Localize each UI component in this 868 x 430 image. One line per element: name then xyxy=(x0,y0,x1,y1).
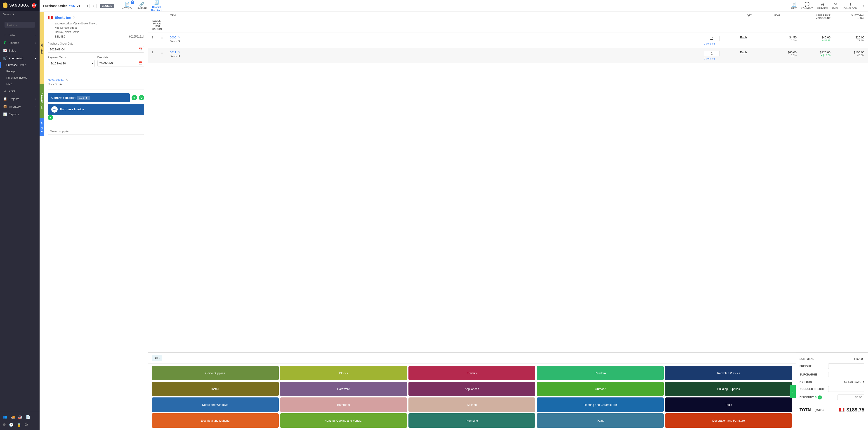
category-appliances[interactable]: Appliances xyxy=(408,381,535,396)
activity-action[interactable]: 📄 3 ACTIVITY xyxy=(122,2,132,10)
topbar-more-chevron[interactable]: › xyxy=(863,4,864,8)
document-icon[interactable]: 📄 xyxy=(26,415,30,419)
discount-currency-icon: $ xyxy=(815,396,817,399)
topbar: Purchase Order # 96 v1 ◄ ► CLOSED 📄 3 AC… xyxy=(39,0,868,12)
receipt-action[interactable]: 🧾 Receipt Received xyxy=(151,0,162,11)
logout-icon[interactable]: ⏻ xyxy=(24,423,28,427)
nav-next-button[interactable]: ► xyxy=(91,4,96,8)
row-2-qty-input[interactable] xyxy=(704,51,720,56)
supplier-name[interactable]: Blocks Inc xyxy=(55,16,71,20)
payment-terms-select[interactable]: 2/10 Net 30 xyxy=(48,60,95,67)
row-2-edit-icon[interactable]: ✎ xyxy=(178,51,181,54)
ship-to-header: Nova Scotia ✕ xyxy=(48,78,144,82)
factory-icon[interactable]: 🏭 xyxy=(18,415,23,419)
freight-input[interactable] xyxy=(828,363,864,369)
nav-prev-button[interactable]: ◄ xyxy=(84,4,90,8)
totals-panel: SUBTOTAL $165.00 FREIGHT SURCHARGE HST 1… xyxy=(796,353,868,430)
row-1-qty-input[interactable] xyxy=(704,36,720,41)
category-decoration-furniture[interactable]: Decoration and Furniture xyxy=(665,413,792,428)
preview-action[interactable]: 🖨 PREVIEW xyxy=(817,2,828,10)
sidebar-item-inventory[interactable]: 📦 Inventory › xyxy=(0,103,39,110)
row-1-item-code[interactable]: 0005 xyxy=(170,36,176,39)
category-paint[interactable]: Paint xyxy=(537,413,664,428)
po-date-input[interactable] xyxy=(48,46,144,53)
category-random[interactable]: Random xyxy=(537,366,664,380)
sidebar-item-sales[interactable]: 📈 Sales › xyxy=(0,47,39,54)
sidebar-sub-rma[interactable]: RMA xyxy=(0,81,39,87)
category-blocks[interactable]: Blocks xyxy=(280,366,407,380)
clock-icon[interactable]: 🕐 xyxy=(9,423,13,427)
discount-label: DISCOUNT $ + xyxy=(800,395,822,399)
people-icon[interactable]: 👥 xyxy=(3,415,7,419)
add-discount-button[interactable]: + xyxy=(818,395,822,399)
settings-icon[interactable]: ⚙ xyxy=(3,423,6,427)
truck-icon[interactable]: 🚚 xyxy=(10,415,15,419)
category-electrical-lighting[interactable]: Electrical and Lighting xyxy=(152,413,279,428)
total-final-row: TOTAL (CAD) $189.75 xyxy=(800,404,864,413)
surcharge-row: SURCHARGE xyxy=(800,372,864,377)
category-flooring-ceramic[interactable]: Flooring and Ceramic Tile xyxy=(537,397,664,412)
sidebar-item-projects[interactable]: 📋 Projects › xyxy=(0,95,39,103)
category-outdoor[interactable]: Outdoor xyxy=(537,381,664,396)
bill-to-supplier-input[interactable] xyxy=(48,128,144,135)
all-categories-button[interactable]: All › xyxy=(152,356,162,361)
right-panel: ITEM QTY UOM UNIT PRICE - DISCOUNT SUBTO… xyxy=(148,12,868,430)
row-2-handle: ≡ xyxy=(161,51,170,55)
categories-next-button[interactable]: › xyxy=(790,385,796,398)
comment-action[interactable]: 💬 COMMENT xyxy=(801,2,813,10)
download-action[interactable]: ⬇ DOWNLOAD xyxy=(844,2,857,10)
category-hardware[interactable]: Hardware xyxy=(280,381,407,396)
bill-to-label: BILL TO xyxy=(39,118,44,136)
category-heating-cooling[interactable]: Heating, Cooling and Ventil... xyxy=(280,413,407,428)
category-building-supplies[interactable]: Building Supplies xyxy=(665,381,792,396)
refresh-receipt-button[interactable]: ↻ xyxy=(139,95,144,100)
category-tools[interactable]: Tools xyxy=(665,397,792,412)
category-bathroom[interactable]: Bathroom xyxy=(280,397,407,412)
ship-to-name[interactable]: Nova Scotia xyxy=(48,78,64,82)
accrued-freight-input[interactable] xyxy=(828,386,864,392)
sidebar-item-data[interactable]: ⊞ Data › xyxy=(0,31,39,39)
search-input[interactable] xyxy=(4,22,35,28)
category-doors-windows[interactable]: Doors and Windows xyxy=(152,397,279,412)
preview-icon: 🖨 xyxy=(820,2,825,7)
add-receipt-button[interactable]: + xyxy=(131,95,137,100)
payment-terms-group: Payment Terms 2/10 Net 30 xyxy=(48,56,95,67)
category-trailers[interactable]: Trailers xyxy=(408,366,535,380)
row-1-subtotal: $45.00 xyxy=(797,36,831,39)
category-install[interactable]: Install xyxy=(152,381,279,396)
calendar-icon[interactable]: 📅 xyxy=(138,48,143,51)
new-action[interactable]: 📄 NEW xyxy=(792,2,797,10)
sidebar-sub-receipt[interactable]: Receipt xyxy=(0,68,39,74)
surcharge-input[interactable] xyxy=(828,372,864,377)
sidebar-item-sales-label: Sales xyxy=(8,49,16,52)
lock-icon[interactable]: 🔒 xyxy=(17,423,21,427)
generate-receipt-label: Generate Receipt xyxy=(51,96,75,99)
row-2-item-code[interactable]: 0011 xyxy=(170,51,176,54)
topbar-actions: 📄 3 ACTIVITY 🔗 LINEAGE 🧾 Receipt Receive… xyxy=(122,0,162,11)
hst-label: HST 15%: xyxy=(800,380,812,383)
supplier-close-btn[interactable]: ✕ xyxy=(72,16,75,20)
due-date-calendar-icon[interactable]: 📅 xyxy=(138,61,143,65)
lineage-action[interactable]: 🔗 LINEAGE xyxy=(137,2,147,10)
category-recycled-plastics[interactable]: Recycled Plastics xyxy=(665,366,792,380)
ship-to-close-btn[interactable]: ✕ xyxy=(65,78,68,82)
add-invoice-button[interactable]: + xyxy=(48,115,53,120)
reports-icon: 📊 xyxy=(3,112,7,116)
discount-input[interactable] xyxy=(837,395,864,400)
demo-selector[interactable]: Demo ▼ xyxy=(0,11,39,18)
category-kitchen[interactable]: Kitchen xyxy=(408,397,535,412)
sidebar-item-pos[interactable]: 🖥 POS xyxy=(0,87,39,95)
sidebar-sub-purchase-order[interactable]: Purchase Order xyxy=(0,62,39,68)
sidebar-item-purchasing[interactable]: 🛒 Purchasing ▾ xyxy=(0,54,39,62)
email-action[interactable]: ✉ EMAIL xyxy=(832,2,839,10)
generate-receipt-button[interactable]: Generate Receipt 101 ▼ xyxy=(48,93,130,102)
row-1-edit-icon[interactable]: ✎ xyxy=(178,36,181,39)
category-plumbing[interactable]: Plumbing xyxy=(408,413,535,428)
sidebar-item-data-label: Data xyxy=(8,33,15,37)
due-date-input[interactable] xyxy=(97,60,145,66)
category-office-supplies[interactable]: Office Supplies xyxy=(152,366,279,380)
sidebar-item-reports[interactable]: 📊 Reports xyxy=(0,110,39,118)
sidebar-item-finance[interactable]: 💲 Finance › xyxy=(0,39,39,47)
purchase-invoice-button[interactable]: → Purchase Invoice xyxy=(48,104,144,115)
sidebar-sub-purchase-invoice[interactable]: Purchase Invoice xyxy=(0,74,39,81)
